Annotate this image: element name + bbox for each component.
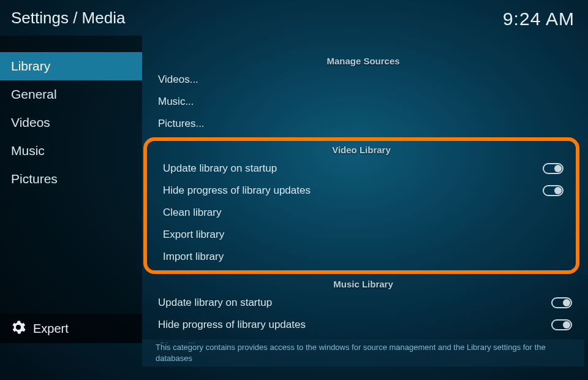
section-header: Manage Sources	[142, 52, 584, 69]
sidebar-item-library[interactable]: Library	[0, 52, 142, 80]
sidebar-item-pictures[interactable]: Pictures	[0, 165, 142, 193]
setting-row[interactable]: Hide progress of library updates	[142, 314, 584, 336]
setting-row[interactable]: Pictures...	[142, 113, 584, 135]
setting-label: Hide progress of library updates	[158, 319, 306, 331]
setting-row[interactable]: Update library on startup	[142, 292, 584, 314]
highlight-box: Video LibraryUpdate library on startupHi…	[143, 137, 579, 274]
gear-icon	[11, 320, 26, 337]
setting-label: Update library on startup	[158, 297, 272, 309]
content-panel: Manage SourcesVideos...Music...Pictures.…	[142, 52, 584, 343]
setting-label: Hide progress of library updates	[163, 184, 311, 197]
section-header: Video Library	[147, 141, 576, 158]
setting-row[interactable]: Music...	[142, 91, 584, 113]
sidebar-item-music[interactable]: Music	[0, 137, 142, 165]
setting-label: Clean library	[163, 207, 221, 219]
setting-row[interactable]: Export library	[147, 224, 576, 246]
setting-row[interactable]: Clean library	[147, 202, 576, 224]
setting-row[interactable]: Update library on startup	[147, 158, 576, 180]
breadcrumb: Settings / Media	[11, 9, 125, 28]
toggle-switch[interactable]	[543, 185, 564, 196]
setting-row[interactable]: Videos...	[142, 69, 584, 91]
toggle-switch[interactable]	[551, 319, 572, 330]
description-text: This category contains provides access t…	[156, 342, 571, 363]
section-header: Music Library	[142, 275, 584, 292]
sidebar: LibraryGeneralVideosMusicPictures	[0, 52, 142, 343]
setting-label: Videos...	[158, 74, 198, 86]
header: Settings / Media 9:24 AM	[0, 0, 588, 36]
settings-level-label: Expert	[33, 322, 69, 336]
toggle-switch[interactable]	[551, 297, 572, 308]
setting-label: Update library on startup	[163, 162, 277, 175]
sidebar-top-pad	[0, 36, 142, 53]
sidebar-item-general[interactable]: General	[0, 80, 142, 108]
setting-label: Pictures...	[158, 118, 205, 130]
setting-label: Export library	[163, 229, 224, 241]
setting-row[interactable]: Hide progress of library updates	[147, 180, 576, 202]
description-bar: This category contains provides access t…	[142, 340, 584, 367]
setting-label: Music...	[158, 96, 194, 108]
settings-level-button[interactable]: Expert	[0, 314, 142, 343]
sidebar-item-videos[interactable]: Videos	[0, 108, 142, 137]
setting-label: Import library	[163, 251, 224, 263]
toggle-switch[interactable]	[543, 163, 564, 174]
clock: 9:24 AM	[503, 9, 575, 29]
setting-row[interactable]: Import library	[147, 246, 576, 268]
